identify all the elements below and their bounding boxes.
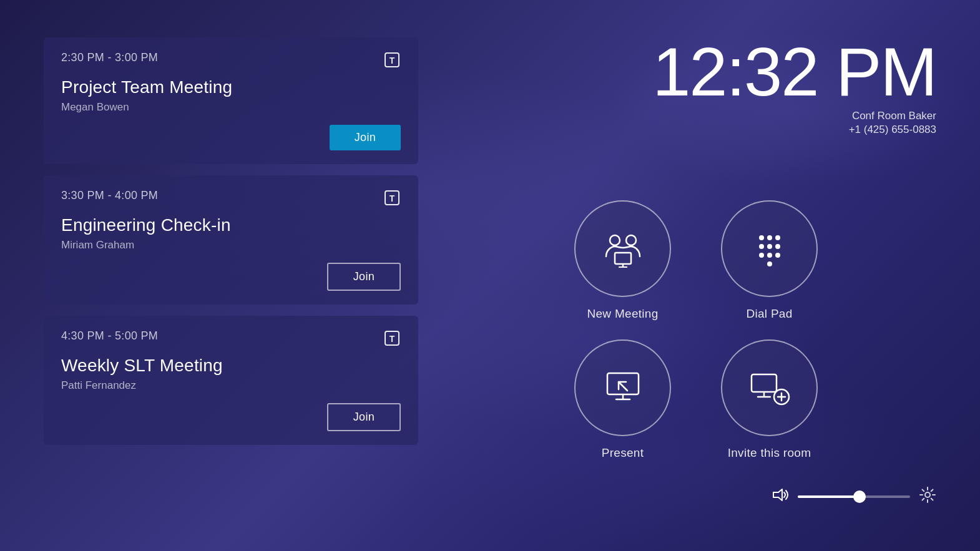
svg-point-14 — [759, 244, 764, 249]
svg-rect-25 — [752, 374, 777, 392]
join-button-3[interactable]: Join — [327, 403, 401, 431]
join-button-1[interactable]: Join — [330, 125, 401, 150]
meeting-card-header-3: 4:30 PM - 5:00 PM T — [61, 329, 401, 351]
teams-icon-2: T — [383, 189, 401, 210]
new-meeting-circle — [574, 200, 671, 297]
meeting-title-1: Project Team Meeting — [61, 77, 401, 97]
invite-room-action[interactable]: Invite this room — [721, 339, 818, 460]
svg-point-20 — [767, 261, 772, 266]
present-circle — [574, 339, 671, 436]
meeting-card-footer-2: Join — [61, 263, 401, 291]
actions-grid: New Meeting — [574, 173, 818, 486]
teams-icon-1: T — [383, 51, 401, 72]
svg-text:T: T — [390, 56, 395, 66]
volume-fill — [798, 495, 860, 498]
meeting-card-footer-3: Join — [61, 403, 401, 431]
clock-room: Conf Room Baker — [456, 110, 936, 122]
dial-pad-circle — [721, 200, 818, 297]
volume-icon — [773, 488, 789, 505]
svg-point-16 — [775, 244, 780, 249]
meeting-card-1: 2:30 PM - 3:00 PM T Project Team Meeting… — [44, 37, 418, 164]
meeting-title-3: Weekly SLT Meeting — [61, 356, 401, 376]
invite-room-label: Invite this room — [728, 446, 811, 460]
svg-rect-8 — [615, 253, 631, 264]
meeting-list: 2:30 PM - 3:00 PM T Project Team Meeting… — [44, 37, 418, 514]
meeting-organizer-2: Miriam Graham — [61, 239, 401, 251]
svg-marker-31 — [773, 489, 782, 500]
volume-track[interactable] — [798, 495, 910, 498]
meeting-time-1: 2:30 PM - 3:00 PM — [61, 51, 158, 64]
invite-room-icon — [748, 366, 791, 409]
svg-point-13 — [775, 235, 780, 240]
invite-room-circle — [721, 339, 818, 436]
svg-point-19 — [775, 253, 780, 258]
volume-bar — [456, 486, 936, 514]
meeting-title-2: Engineering Check-in — [61, 215, 401, 235]
join-button-2[interactable]: Join — [327, 263, 401, 291]
present-label: Present — [602, 446, 644, 460]
svg-point-7 — [626, 235, 636, 245]
meeting-card-3: 4:30 PM - 5:00 PM T Weekly SLT Meeting P… — [44, 316, 418, 445]
present-icon — [601, 366, 645, 409]
clock-time: 12:32 PM — [456, 37, 936, 106]
new-meeting-icon — [601, 227, 645, 270]
volume-thumb — [853, 490, 866, 503]
dial-pad-action[interactable]: Dial Pad — [721, 200, 818, 321]
svg-text:T: T — [390, 334, 395, 344]
right-panel: 12:32 PM Conf Room Baker +1 (425) 655-08… — [418, 37, 936, 514]
clock-phone: +1 (425) 655-0883 — [456, 124, 936, 136]
present-action[interactable]: Present — [574, 339, 671, 460]
settings-icon[interactable] — [919, 486, 936, 507]
clock-section: 12:32 PM Conf Room Baker +1 (425) 655-08… — [456, 37, 936, 136]
svg-point-32 — [925, 492, 930, 497]
meeting-organizer-3: Patti Fernandez — [61, 379, 401, 392]
svg-point-6 — [610, 235, 620, 245]
svg-point-11 — [759, 235, 764, 240]
dial-pad-icon — [748, 227, 791, 270]
svg-point-17 — [759, 253, 764, 258]
svg-point-12 — [767, 235, 772, 240]
new-meeting-action[interactable]: New Meeting — [574, 200, 671, 321]
meeting-time-2: 3:30 PM - 4:00 PM — [61, 189, 158, 202]
new-meeting-label: New Meeting — [587, 307, 658, 321]
meeting-card-header-1: 2:30 PM - 3:00 PM T — [61, 51, 401, 72]
teams-icon-3: T — [383, 329, 401, 351]
svg-point-18 — [767, 253, 772, 258]
meeting-organizer-1: Megan Bowen — [61, 101, 401, 114]
svg-rect-21 — [607, 373, 639, 394]
meeting-card-header-2: 3:30 PM - 4:00 PM T — [61, 189, 401, 210]
svg-text:T: T — [390, 193, 395, 203]
meeting-card-footer-1: Join — [61, 125, 401, 150]
meeting-card-2: 3:30 PM - 4:00 PM T Engineering Check-in… — [44, 175, 418, 305]
svg-line-24 — [619, 382, 627, 391]
svg-point-15 — [767, 244, 772, 249]
dial-pad-label: Dial Pad — [746, 307, 792, 321]
meeting-time-3: 4:30 PM - 5:00 PM — [61, 329, 158, 343]
